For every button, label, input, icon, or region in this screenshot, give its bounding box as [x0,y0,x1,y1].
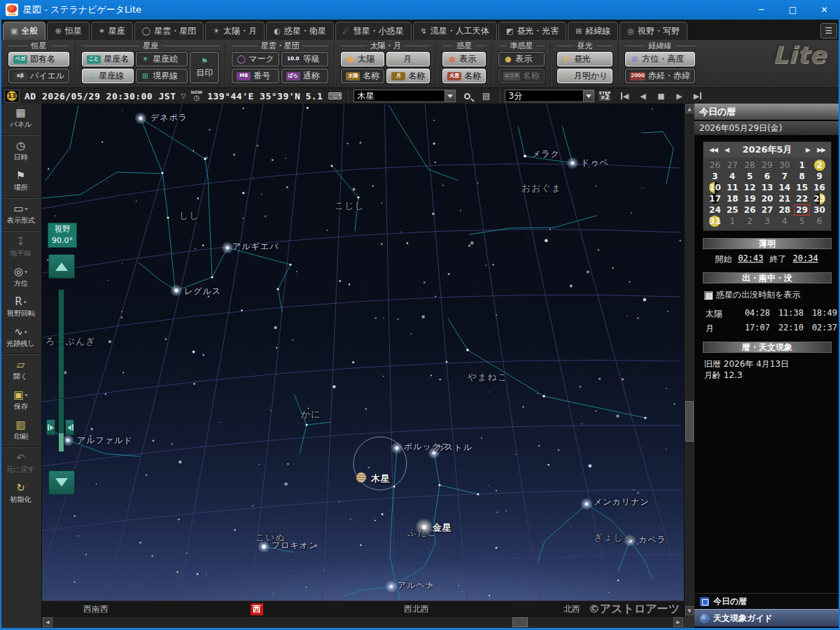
tab-3[interactable]: ◯星雲・星団 [134,22,204,40]
show-planet-times-checkbox[interactable] [704,291,713,300]
calendar-day[interactable]: 8 [793,171,811,182]
ribbon-button-5-0[interactable]: ●表示 [498,52,545,66]
calendar-day[interactable]: 5 [793,216,811,227]
calendar-day[interactable]: 27 [759,204,776,216]
calendar-day[interactable]: 19 [741,193,759,204]
prev-month-button[interactable]: ◀ [724,142,729,158]
step-dropdown-button[interactable] [583,90,594,102]
horizontal-scroll-thumb[interactable] [512,617,528,627]
step-x2-button[interactable]: STEP ×2 [599,91,611,101]
search-button[interactable] [461,90,475,103]
ribbon-button-6-1[interactable]: ☾月明かり [557,69,613,83]
ribbon-button-0-1[interactable]: αβバイエル [8,69,69,83]
calendar-day[interactable]: 4 [776,216,793,227]
calendar-day[interactable]: 25 [724,204,741,216]
sidebar-item-10[interactable]: ∿▾光跡残し [0,323,41,353]
location-display[interactable]: 139°44'E 35°39'N [207,91,300,102]
calendar-day[interactable]: 21 [776,193,793,204]
calendar-day[interactable]: 28 [776,204,793,216]
calendar-day[interactable]: 3 [759,216,776,227]
calendar-day[interactable]: 16 [811,182,828,193]
tab-7[interactable]: ↯流星・人工天体 [413,22,497,40]
calendar-day[interactable]: 20 [759,193,776,204]
calendar-day[interactable]: 11 [724,182,741,193]
minimize-button[interactable]: ─ [746,0,777,20]
horizontal-scrollbar[interactable]: ◀ ▶ [42,616,684,628]
ribbon-button-1-3[interactable]: ⊞境界線 [136,69,188,83]
scroll-left-button[interactable]: ◀ [43,617,52,627]
ribbon-button-3-2[interactable]: 太陽名称 [341,69,384,83]
next-month-button[interactable]: ▶ [806,142,810,158]
next-year-button[interactable]: ▶▶ [817,142,825,158]
fov-slider-handle[interactable] [59,433,64,451]
star-chart[interactable]: デネボラメラクドゥベアルギエバレグルスアルファルドポルックスカストルメンカリナン… [42,104,684,616]
tab-8[interactable]: ◩昼光・光害 [498,22,566,40]
calendar-day[interactable]: 23 [811,193,828,204]
calendar-day[interactable]: 31 [706,216,724,227]
calendar-day[interactable]: 15 [793,182,811,193]
slider-step-left-button[interactable] [46,419,55,435]
ribbon-button-1-0[interactable]: こと星座名 [82,52,134,66]
calendar-day[interactable]: 17 [706,193,724,204]
sidebar-item-8[interactable]: ◎▾方位 [0,262,41,293]
calendar-day[interactable]: 2 [741,216,759,227]
calendar-day[interactable]: 26 [741,204,759,216]
sidebar-item-9[interactable]: R▾視野回転 [0,293,41,323]
sidebar-item-5[interactable]: ▭▾表示形式 [0,200,41,230]
sidebar-item-12[interactable]: ▱開く [0,356,41,386]
calendar-day[interactable]: 28 [741,160,759,171]
maximize-button[interactable]: □ [777,0,808,20]
calendar-day[interactable]: 5 [741,171,759,182]
moon-age-button[interactable]: 13 [4,90,20,103]
calendar-day[interactable]: 29 [759,160,776,171]
calendar-day[interactable]: 12 [741,182,759,193]
jump-start-button[interactable]: ◀ [617,90,633,102]
calendar-day[interactable]: 4 [724,171,741,182]
ribbon-button-3-3[interactable]: 月名称 [386,69,430,83]
calendar-day[interactable]: 9 [811,171,828,182]
calendar-day[interactable]: 14 [776,182,793,193]
tab-2[interactable]: ✶星座 [91,22,133,40]
ribbon-button-4-1[interactable]: 火星名称 [442,69,486,83]
prev-year-button[interactable]: ◀◀ [709,142,718,158]
panel-switch-1[interactable]: 天文現象ガイド [694,609,839,626]
tab-1[interactable]: ⊕恒星 [47,22,89,40]
ribbon-button-2-2[interactable]: M8番号 [232,69,279,83]
calendar-day[interactable]: 22 [793,193,811,204]
calendar-day[interactable]: 1 [724,216,741,227]
sidebar-item-0[interactable]: ▦パネル [0,104,41,134]
ribbon-button-4-0[interactable]: ●表示 [442,52,486,66]
jump-end-button[interactable]: ▶ [690,90,706,102]
ribbon-button-1-tall[interactable]: ⚑目印 [190,52,219,83]
tab-6[interactable]: ☄彗星・小惑星 [335,22,412,40]
close-button[interactable]: ✕ [808,0,840,20]
tab-9[interactable]: ⊞経緯線 [568,22,618,40]
stop-button[interactable]: ■ [654,90,669,102]
sidebar-item-17[interactable]: ↻初期化 [0,479,41,509]
zoom-out-button[interactable] [48,470,75,495]
ribbon-button-7-0[interactable]: ⊞方位・高度 [625,52,694,66]
calendar-day[interactable]: 7 [776,171,793,182]
list-button[interactable]: ▤ [479,90,493,103]
scroll-up-button[interactable]: ▲ [685,104,694,113]
tab-4[interactable]: ☀太陽・月 [205,22,265,40]
vertical-scrollbar[interactable]: ▲ ▼ [684,104,694,616]
calendar-day[interactable]: 6 [759,171,776,182]
menu-button[interactable]: ☰ [820,23,837,38]
tab-5[interactable]: ◐惑星・衛星 [266,22,334,40]
calendar-day[interactable]: 26 [706,160,724,171]
calendar-day[interactable]: 6 [811,216,828,227]
ribbon-button-2-0[interactable]: ◯マーク [232,52,279,66]
ribbon-button-1-1[interactable]: ✶星座絵 [136,52,188,66]
calendar-day[interactable]: 13 [759,182,776,193]
ribbon-button-3-0[interactable]: ●太陽 [341,52,384,66]
calendar-day[interactable]: 2 [811,160,828,171]
magnitude-display[interactable]: 5.1 [305,91,323,102]
sidebar-item-3[interactable]: ⚑場所 [0,167,41,197]
calendar-day[interactable]: 30 [776,160,793,171]
twilight-start-time[interactable]: 02:43 [738,253,763,265]
ribbon-button-6-0[interactable]: ◩昼光 [557,52,613,66]
zoom-in-button[interactable] [48,254,75,279]
step-select[interactable]: 3分 [505,90,594,102]
vertical-scroll-thumb[interactable] [685,401,694,442]
